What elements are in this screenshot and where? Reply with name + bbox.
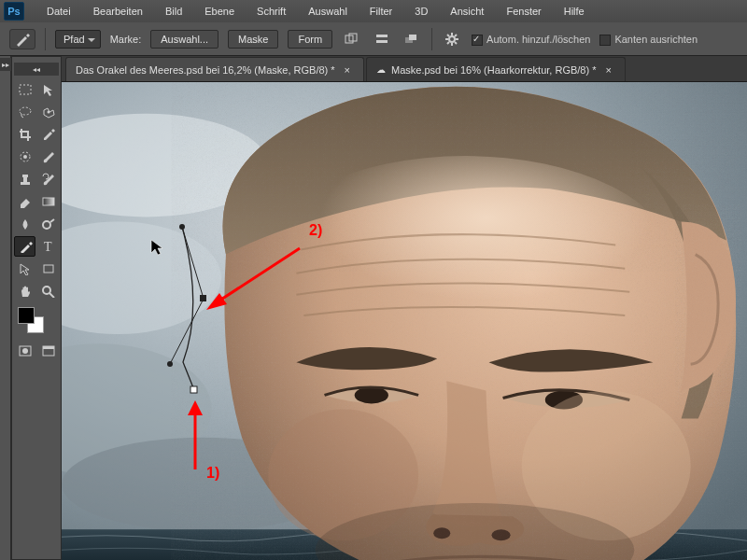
menu-3d[interactable]: 3D — [405, 4, 437, 19]
svg-line-13 — [455, 35, 457, 36]
svg-rect-3 — [376, 40, 388, 43]
svg-point-19 — [23, 155, 27, 159]
arrow-2-icon — [197, 241, 309, 325]
svg-point-31 — [22, 348, 28, 354]
svg-marker-57 — [188, 400, 203, 415]
form-button[interactable]: Form — [288, 30, 332, 49]
tool-eyedropper[interactable] — [37, 124, 59, 145]
menu-hilfe[interactable]: Hilfe — [555, 4, 594, 19]
tool-quickmask[interactable] — [14, 341, 35, 361]
svg-point-6 — [449, 36, 455, 42]
photoshop-app: Ps Datei Bearbeiten Bild Ebene Schrift A… — [0, 0, 747, 560]
svg-point-16 — [20, 107, 31, 115]
tool-blur[interactable] — [14, 214, 35, 234]
svg-rect-33 — [43, 346, 54, 349]
auto-add-checkbox[interactable]: Autom. hinzuf./löschen — [472, 34, 590, 45]
svg-line-12 — [455, 42, 457, 44]
tab-title: Das Orakel des Meeres.psd bei 16,2% (Mas… — [76, 64, 335, 76]
checkbox-checked-icon — [472, 35, 483, 46]
tab-bar: Das Orakel des Meeres.psd bei 16,2% (Mas… — [62, 56, 747, 82]
svg-rect-15 — [20, 85, 31, 94]
cursor-icon — [150, 239, 163, 256]
tool-path-select[interactable] — [14, 259, 35, 279]
menu-ebene[interactable]: Ebene — [195, 4, 244, 19]
svg-point-28 — [43, 287, 50, 294]
arrow-1-icon — [178, 395, 216, 479]
tool-dodge[interactable] — [37, 214, 59, 234]
menu-filter[interactable]: Filter — [360, 4, 402, 19]
tool-shape[interactable] — [37, 259, 59, 279]
toolbox-handle-icon[interactable]: ◂◂ — [14, 63, 59, 76]
photoshop-logo[interactable]: Ps — [4, 2, 24, 21]
current-tool-indicator[interactable] — [9, 29, 35, 49]
svg-line-14 — [447, 42, 449, 44]
tool-screenmode[interactable] — [37, 341, 59, 361]
tool-stamp[interactable] — [14, 169, 35, 189]
tool-marquee[interactable] — [14, 79, 35, 100]
mode-select[interactable]: Pfad — [55, 30, 101, 49]
toolbox: ◂◂ T — [11, 56, 62, 560]
svg-line-25 — [50, 219, 54, 222]
menu-datei[interactable]: Datei — [37, 4, 80, 19]
workspace: ▸▸ ◂◂ T Das Orakel des Meeres.psd bei 1 — [0, 56, 747, 560]
auto-add-label: Autom. hinzuf./löschen — [486, 34, 590, 45]
close-icon[interactable]: × — [601, 64, 614, 76]
svg-rect-23 — [43, 198, 54, 205]
auswahl-button[interactable]: Auswahl... — [150, 30, 218, 49]
tool-spot-heal[interactable] — [14, 147, 35, 167]
collapse-strip[interactable]: ▸▸ — [0, 56, 11, 560]
svg-text:T: T — [44, 240, 52, 253]
document-tab-2[interactable]: ☁ Maske.psd bei 16% (Haarkorrektur, RGB/… — [366, 57, 626, 81]
menu-bearbeiten[interactable]: Bearbeiten — [84, 4, 152, 19]
menu-schrift[interactable]: Schrift — [247, 4, 295, 19]
separator — [45, 28, 46, 50]
tool-pen[interactable] — [14, 236, 35, 257]
path-arrange-icon[interactable] — [402, 30, 422, 49]
menu-ansicht[interactable]: Ansicht — [441, 4, 493, 19]
marker-label: Marke: — [110, 34, 142, 45]
canvas[interactable]: 2) 1) — [62, 82, 747, 560]
svg-rect-2 — [376, 35, 388, 37]
tool-history-brush[interactable] — [37, 169, 59, 189]
options-bar: Pfad Marke: Auswahl... Maske Form Autom.… — [0, 22, 747, 56]
tool-lasso[interactable] — [14, 102, 35, 122]
svg-rect-20 — [21, 182, 30, 185]
menu-bild[interactable]: Bild — [156, 4, 191, 19]
kanten-checkbox[interactable]: Kanten ausrichten — [599, 34, 698, 45]
pen-icon — [14, 32, 31, 47]
tool-type[interactable]: T — [37, 236, 59, 257]
tool-eraser[interactable] — [14, 191, 35, 212]
gear-icon[interactable] — [442, 30, 462, 49]
expand-icon: ▸▸ — [0, 58, 11, 71]
svg-rect-22 — [22, 175, 28, 177]
svg-rect-21 — [23, 177, 27, 182]
foreground-swatch[interactable] — [18, 307, 35, 324]
svg-point-17 — [47, 111, 49, 114]
tool-quick-select[interactable] — [37, 102, 59, 122]
cloud-icon: ☁ — [376, 64, 386, 75]
color-swatches[interactable] — [14, 303, 59, 339]
menubar: Ps Datei Bearbeiten Bild Ebene Schrift A… — [0, 0, 747, 22]
tool-zoom[interactable] — [37, 281, 59, 301]
svg-point-24 — [43, 221, 50, 229]
tool-crop[interactable] — [14, 124, 35, 145]
close-icon[interactable]: × — [341, 64, 354, 76]
tool-move[interactable] — [37, 79, 59, 100]
svg-line-54 — [214, 248, 300, 304]
document-area: Das Orakel des Meeres.psd bei 16,2% (Mas… — [62, 56, 747, 560]
separator — [431, 28, 432, 50]
tool-brush[interactable] — [37, 147, 59, 167]
checkbox-icon — [599, 35, 611, 46]
menu-fenster[interactable]: Fenster — [497, 4, 550, 19]
path-op-combine-icon[interactable] — [342, 30, 362, 49]
svg-line-11 — [447, 35, 449, 36]
svg-point-41 — [355, 386, 388, 403]
tool-hand[interactable] — [14, 281, 35, 301]
document-image — [62, 82, 747, 560]
path-align-icon[interactable] — [372, 30, 392, 49]
document-tab-1[interactable]: Das Orakel des Meeres.psd bei 16,2% (Mas… — [65, 57, 364, 81]
tool-gradient[interactable] — [37, 191, 59, 212]
maske-button[interactable]: Maske — [228, 30, 278, 49]
kanten-label: Kanten ausrichten — [614, 34, 698, 45]
menu-auswahl[interactable]: Auswahl — [299, 4, 357, 19]
